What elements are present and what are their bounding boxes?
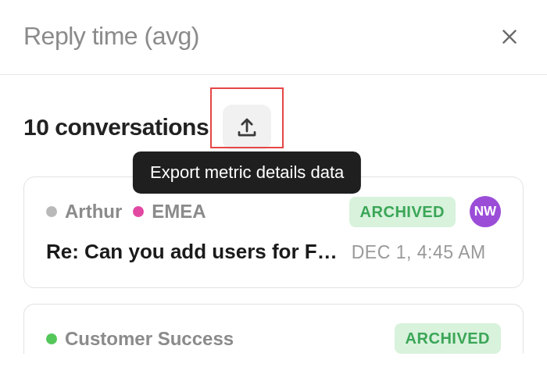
section-header: 10 conversations Export metric details d…	[0, 75, 547, 159]
avatar: NW	[470, 196, 501, 227]
tag: Customer Success	[46, 328, 234, 350]
tag: EMEA	[133, 201, 206, 223]
tag-label: Arthur	[65, 201, 122, 223]
status-badge: ARCHIVED	[395, 323, 501, 354]
export-wrapper: Export metric details data	[223, 105, 271, 150]
card-right-group: ARCHIVED	[395, 323, 501, 354]
tag-dot-icon	[133, 206, 144, 217]
panel-title: Reply time (avg)	[23, 22, 199, 51]
close-icon	[499, 27, 520, 47]
card-top-row: Customer Success ARCHIVED	[46, 323, 501, 354]
card-right-group: ARCHIVED NW	[349, 196, 501, 227]
tag-label: EMEA	[152, 201, 206, 223]
tag-group: Arthur EMEA	[46, 201, 206, 223]
export-tooltip: Export metric details data	[133, 151, 361, 194]
tag-label: Customer Success	[65, 328, 234, 350]
tag-dot-icon	[46, 206, 57, 217]
tag-dot-icon	[46, 333, 57, 344]
status-badge: ARCHIVED	[349, 197, 456, 227]
tag: Arthur	[46, 201, 122, 223]
card-top-row: Arthur EMEA ARCHIVED NW	[46, 196, 501, 227]
conversation-card[interactable]: Customer Success ARCHIVED	[23, 304, 524, 354]
export-icon	[235, 116, 259, 139]
conversation-subject: Re: Can you add users for F…	[46, 240, 338, 264]
panel-header: Reply time (avg)	[0, 0, 547, 75]
section-title: 10 conversations	[23, 114, 209, 141]
export-button[interactable]	[223, 105, 271, 150]
conversation-timestamp: DEC 1, 4:45 AM	[352, 242, 486, 263]
close-button[interactable]	[495, 23, 524, 51]
tag-group: Customer Success	[46, 328, 234, 350]
card-body: Re: Can you add users for F… DEC 1, 4:45…	[46, 240, 501, 264]
